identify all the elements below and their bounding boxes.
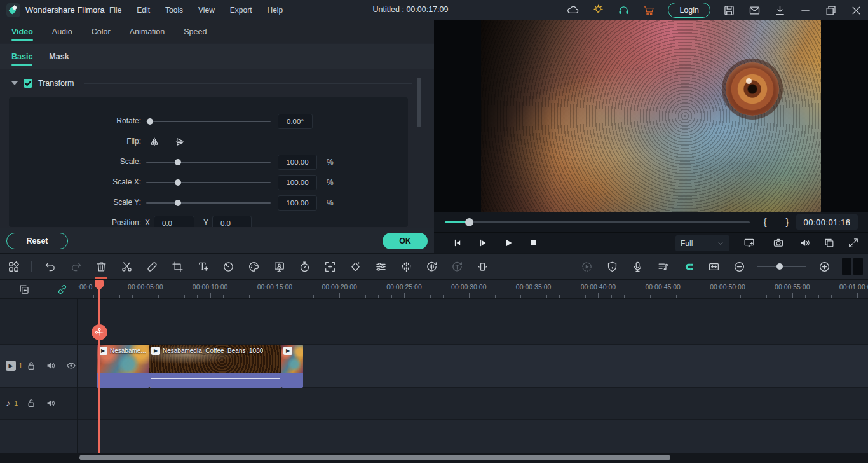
add-text-icon[interactable] — [195, 259, 210, 274]
mark-in-button[interactable]: { — [758, 214, 772, 228]
tab-color[interactable]: Color — [92, 20, 111, 43]
zoom-out-icon[interactable] — [731, 259, 747, 274]
save-icon[interactable] — [722, 4, 736, 17]
timeline-clip-1[interactable]: ▶Nesabame... — [97, 345, 149, 388]
copy-plus-icon[interactable] — [18, 283, 31, 296]
preview-video[interactable] — [481, 20, 821, 212]
video-track-lock-icon[interactable] — [25, 360, 37, 371]
flip-horizontal-button[interactable] — [147, 135, 161, 149]
keyframe-icon[interactable] — [348, 259, 363, 274]
video-track-mute-icon[interactable] — [45, 360, 57, 371]
subtab-basic[interactable]: Basic — [11, 44, 32, 69]
split-icon[interactable] — [119, 259, 134, 274]
transform-section-header[interactable]: Transform — [0, 75, 434, 93]
preview-volume-icon[interactable] — [799, 237, 811, 249]
crop-icon[interactable] — [170, 259, 185, 274]
scale-x-slider[interactable] — [146, 182, 271, 183]
login-button[interactable]: Login — [668, 3, 710, 18]
color-palette-icon[interactable] — [246, 259, 261, 274]
position-y-input[interactable]: 0.0 — [212, 216, 252, 227]
fullscreen-icon[interactable] — [847, 237, 860, 249]
scale-y-slider-knob[interactable] — [175, 200, 181, 206]
preview-timecode[interactable]: 00:00:01:16 — [796, 214, 858, 230]
timer-icon[interactable] — [297, 259, 312, 274]
seek-handle[interactable] — [465, 218, 473, 226]
scale-y-slider[interactable] — [146, 202, 271, 204]
auto-ripple-icon[interactable] — [56, 283, 69, 296]
tab-audio[interactable]: Audio — [52, 20, 72, 43]
tab-speed[interactable]: Speed — [184, 20, 207, 43]
menu-help[interactable]: Help — [268, 6, 283, 15]
timeline-clip-2[interactable]: ▶Nesabamedia_Coffee_Beans_1080 — [149, 345, 281, 388]
timeline-clip-3[interactable]: ▶ — [281, 345, 303, 388]
transform-checkbox[interactable] — [24, 79, 32, 88]
panel-scrollbar[interactable] — [417, 78, 421, 127]
play-on-device-icon[interactable] — [743, 237, 756, 249]
scale-value-input[interactable]: 100.00 — [278, 155, 317, 170]
redo-icon[interactable] — [68, 259, 83, 274]
scale-x-slider-knob[interactable] — [175, 179, 181, 186]
scale-slider[interactable] — [146, 162, 271, 163]
tab-video[interactable]: Video — [11, 20, 33, 43]
ok-button[interactable]: OK — [383, 233, 428, 249]
tag-icon[interactable] — [144, 259, 159, 274]
subtab-mask[interactable]: Mask — [49, 44, 69, 69]
undo-icon[interactable] — [43, 259, 58, 274]
minimize-button[interactable] — [799, 4, 812, 17]
timeline-ruler[interactable]: :00:000:00:05:0000:00:10:0000:00:15:0000… — [78, 280, 868, 299]
close-button[interactable] — [850, 4, 863, 17]
menu-view[interactable]: View — [198, 6, 215, 15]
menu-tools[interactable]: Tools — [165, 6, 183, 15]
audio-track-mute-icon[interactable] — [45, 397, 57, 409]
audio-mixer-icon[interactable] — [655, 259, 670, 274]
position-x-input[interactable]: 0.0 — [154, 216, 194, 227]
rotate-slider[interactable] — [146, 121, 271, 122]
video-track-hide-icon[interactable] — [65, 360, 77, 371]
mark-icon[interactable] — [604, 259, 620, 274]
cart-icon[interactable] — [642, 4, 656, 17]
collapse-triangle-icon[interactable] — [11, 81, 18, 85]
seek-bar[interactable] — [445, 221, 750, 223]
snapshot-icon[interactable] — [772, 237, 785, 249]
reset-button[interactable]: Reset — [6, 233, 68, 249]
prev-frame-button[interactable] — [451, 237, 464, 249]
playhead-line[interactable] — [98, 289, 100, 453]
stop-button[interactable] — [527, 237, 540, 249]
menu-file[interactable]: File — [109, 6, 121, 15]
next-frame-button[interactable] — [477, 237, 489, 249]
scale-x-value-input[interactable]: 100.00 — [278, 175, 317, 190]
scale-y-value-input[interactable]: 100.00 — [278, 195, 317, 211]
delete-icon[interactable] — [93, 259, 109, 274]
flip-vertical-button[interactable] — [173, 135, 187, 149]
preview-quality-dropdown[interactable]: Full — [675, 235, 729, 251]
auto-sync-icon[interactable] — [424, 259, 439, 274]
copy-icon[interactable] — [823, 237, 836, 249]
zoom-fit-icon[interactable] — [706, 259, 721, 274]
menu-export[interactable]: Export — [230, 6, 252, 15]
speed-icon[interactable] — [220, 259, 236, 274]
snap-icon[interactable] — [681, 259, 696, 274]
media-icon[interactable] — [6, 259, 21, 274]
rotate-value-input[interactable]: 0.00° — [278, 114, 313, 129]
auto-reframe-icon[interactable] — [475, 259, 490, 274]
track-height-presets[interactable] — [842, 258, 863, 275]
adjust-icon[interactable] — [373, 259, 388, 274]
denoise-icon[interactable] — [398, 259, 414, 274]
restore-button[interactable] — [824, 4, 837, 17]
mail-icon[interactable] — [748, 4, 761, 17]
speech-to-text-icon[interactable] — [449, 259, 465, 274]
rotate-slider-knob[interactable] — [147, 118, 153, 125]
audio-track-lock-icon[interactable] — [25, 397, 37, 409]
record-voiceover-icon[interactable] — [630, 259, 645, 274]
headset-icon[interactable] — [617, 4, 630, 17]
mark-out-button[interactable]: } — [780, 214, 794, 228]
play-button[interactable] — [502, 237, 515, 249]
motion-track-icon[interactable] — [322, 259, 337, 274]
scale-slider-knob[interactable] — [175, 159, 181, 165]
zoom-in-icon[interactable] — [817, 259, 832, 274]
timeline-zoom-slider[interactable] — [757, 259, 806, 274]
ai-portrait-icon[interactable] — [271, 259, 287, 274]
cloud-icon[interactable] — [566, 4, 580, 17]
menu-edit[interactable]: Edit — [137, 6, 150, 15]
download-icon[interactable] — [773, 4, 787, 17]
